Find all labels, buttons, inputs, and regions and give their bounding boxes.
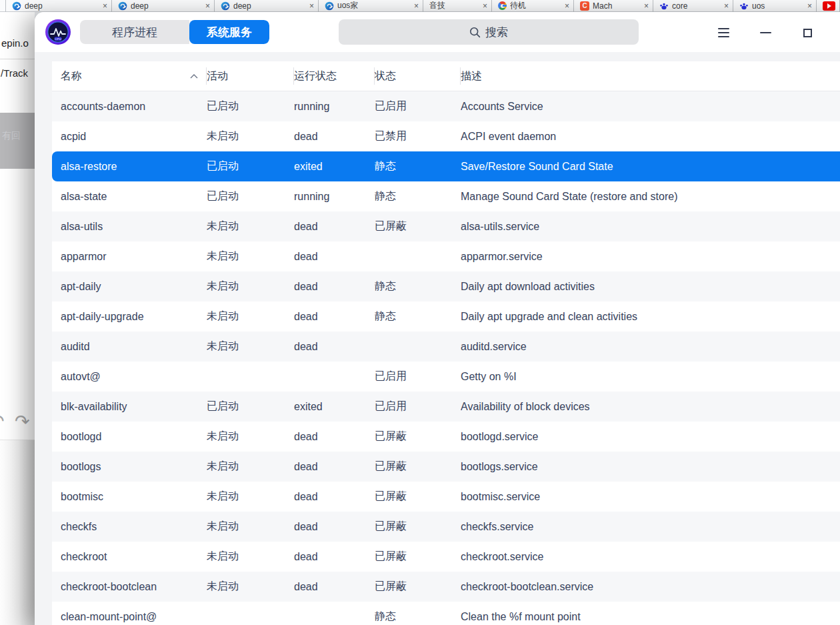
cell-desc: Manage Sound Card State (restore and sto… — [461, 191, 840, 203]
column-header-name[interactable]: 名称 — [52, 61, 207, 91]
tab-close-icon[interactable]: × — [807, 2, 812, 10]
cell-name: alsa-restore — [52, 161, 207, 173]
cell-desc: alsa-utils.service — [461, 221, 840, 233]
tab-processes[interactable]: 程序进程 — [80, 20, 189, 44]
column-header-runstate[interactable]: 运行状态 — [294, 61, 375, 91]
browser-tab-label: deep — [25, 1, 99, 11]
tab-close-icon[interactable]: × — [483, 2, 487, 10]
cell-run: exited — [294, 401, 375, 413]
service-row[interactable]: apparmor未启动deadapparmor.service — [52, 241, 840, 271]
browser-tab[interactable]: deep× — [112, 0, 215, 12]
maximize-icon — [803, 29, 812, 37]
tab-close-icon[interactable]: × — [644, 2, 649, 10]
cell-active: 未启动 — [207, 249, 294, 263]
cell-active: 未启动 — [207, 129, 294, 143]
view-switcher: 程序进程 系统服务 — [80, 20, 269, 44]
cell-state: 已启用 — [375, 370, 461, 384]
search-input[interactable]: 搜索 — [339, 19, 639, 45]
service-row[interactable]: apt-daily未启动dead静态Daily apt download act… — [52, 271, 840, 301]
cell-run: dead — [294, 461, 375, 473]
tab-close-icon[interactable]: × — [565, 2, 569, 10]
browser-tab[interactable]: uos家× — [319, 0, 423, 12]
tab-close-icon[interactable]: × — [205, 2, 210, 10]
breadcrumb[interactable]: /Track — [1, 67, 28, 79]
browser-tab-label: Mach — [593, 1, 641, 11]
browser-tab[interactable]: CMach× — [574, 0, 653, 12]
cell-run: dead — [294, 221, 375, 233]
column-header-active[interactable]: 活动 — [207, 61, 294, 91]
browser-tab[interactable]: core× — [653, 0, 733, 12]
tab-close-icon[interactable]: × — [414, 2, 419, 10]
tab-close-icon[interactable]: × — [103, 2, 107, 10]
browser-tab[interactable]: 待机× — [492, 0, 574, 12]
cell-state: 已屏蔽 — [375, 520, 461, 534]
cell-run: dead — [294, 311, 375, 323]
column-header-desc[interactable]: 描述 — [461, 61, 840, 91]
redo-icon[interactable]: ↷ — [15, 411, 30, 432]
reply-box-placeholder: 有回 — [2, 130, 21, 141]
service-row[interactable]: alsa-utils未启动dead已屏蔽alsa-utils.service — [52, 211, 840, 241]
cell-run: dead — [294, 581, 375, 593]
browser-tab[interactable]: uos× — [733, 0, 817, 12]
service-row[interactable]: apt-daily-upgrade未启动dead静态Daily apt upgr… — [52, 301, 840, 332]
cell-state: 已屏蔽 — [375, 550, 461, 564]
menu-button[interactable] — [715, 24, 732, 41]
cell-active: 未启动 — [207, 219, 294, 233]
tab-close-icon[interactable]: × — [309, 2, 314, 10]
deepin-favicon-icon — [118, 1, 127, 11]
cell-run: dead — [294, 251, 375, 263]
browser-tab-label: deep — [131, 1, 202, 11]
titlebar[interactable]: CPU 程序进程 系统服务 搜索 — [35, 12, 840, 52]
table-body: accounts-daemon已启动running已启用Accounts Ser… — [52, 91, 840, 625]
system-monitor-window: CPU 程序进程 系统服务 搜索 — [35, 12, 840, 625]
window-shadow — [0, 440, 35, 625]
cell-run: dead — [294, 431, 375, 443]
tab-close-icon[interactable]: × — [724, 2, 729, 10]
cell-active: 未启动 — [207, 550, 294, 564]
cell-run: exited — [294, 161, 375, 173]
reply-box[interactable]: 有回 — [0, 113, 35, 169]
cell-name: accounts-daemon — [52, 101, 207, 113]
background-browser-window: epin.o /Track 有回 ↶ ↷ — [0, 12, 35, 625]
service-row[interactable]: bootlogd未启动dead已屏蔽bootlogd.service — [52, 422, 840, 452]
youtube-favicon-icon — [823, 1, 835, 11]
browser-tab[interactable]: deep× — [6, 0, 112, 12]
cell-state: 已屏蔽 — [375, 430, 461, 444]
service-row[interactable]: accounts-daemon已启动running已启用Accounts Ser… — [52, 91, 840, 121]
minimize-icon — [760, 32, 771, 33]
cell-name: blk-availability — [52, 401, 207, 413]
cell-active: 已启动 — [207, 400, 294, 414]
cell-run: dead — [294, 551, 375, 563]
service-row[interactable]: bootmisc未启动dead已屏蔽bootmisc.service — [52, 482, 840, 512]
service-row[interactable]: blk-availability已启动exited已启用Availability… — [52, 392, 840, 422]
toolbar-divider — [0, 59, 35, 59]
service-row[interactable]: alsa-restore已启动exited静态Save/Restore Soun… — [52, 151, 840, 181]
cell-name: autovt@ — [52, 371, 207, 383]
undo-icon[interactable]: ↶ — [0, 411, 5, 432]
service-row[interactable]: auditd未启动deadauditd.service — [52, 332, 840, 362]
services-table: 名称 活动 运行状态 状态 描述 accounts-daemo — [52, 61, 840, 625]
browser-tab-partial — [0, 0, 6, 12]
maximize-button[interactable] — [799, 24, 816, 41]
search-placeholder: 搜索 — [485, 25, 508, 40]
service-row[interactable]: clean-mount-point@静态Clean the %f mount p… — [52, 602, 840, 625]
service-row[interactable]: autovt@已启用Getty on %I — [52, 362, 840, 392]
column-header-state[interactable]: 状态 — [375, 61, 461, 91]
service-row[interactable]: acpid未启动dead已禁用ACPI event daemon — [52, 121, 840, 151]
minimize-button[interactable] — [757, 24, 774, 41]
service-row[interactable]: checkfs未启动dead已屏蔽checkfs.service — [52, 512, 840, 542]
browser-tab[interactable]: 音技× — [423, 0, 492, 12]
service-row[interactable]: alsa-state已启动running静态Manage Sound Card … — [52, 181, 840, 211]
cell-desc: auditd.service — [461, 341, 840, 353]
service-row[interactable]: checkroot-bootclean未启动dead已屏蔽checkroot-b… — [52, 572, 840, 602]
browser-tab-label: uos — [752, 1, 804, 11]
cell-state: 静态 — [375, 610, 461, 624]
cell-desc: Accounts Service — [461, 101, 840, 113]
tab-services[interactable]: 系统服务 — [189, 20, 269, 44]
browser-tab[interactable]: deep× — [215, 0, 319, 12]
cell-name: checkroot-bootclean — [52, 581, 207, 593]
cell-active: 已启动 — [207, 99, 294, 113]
service-row[interactable]: checkroot未启动dead已屏蔽checkroot.service — [52, 542, 840, 572]
browser-tab[interactable] — [817, 0, 840, 12]
service-row[interactable]: bootlogs未启动dead已屏蔽bootlogs.service — [52, 452, 840, 482]
